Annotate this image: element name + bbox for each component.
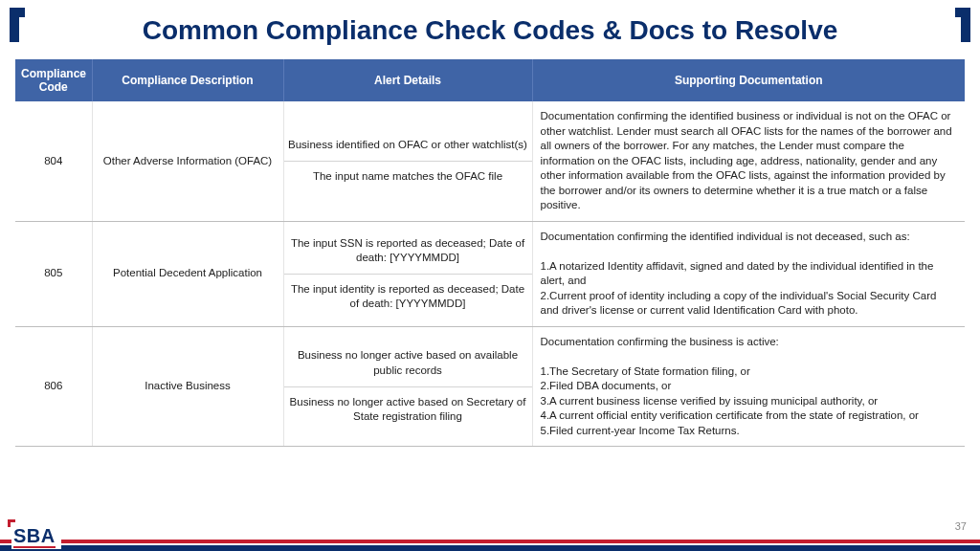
- table-row: 806 Inactive Business Business no longer…: [15, 326, 965, 447]
- header-desc: Compliance Description: [92, 59, 283, 101]
- cell-desc: Other Adverse Information (OFAC): [92, 101, 283, 221]
- table-row: 805 Potential Decedent Application The i…: [15, 221, 965, 326]
- cell-alerts: The input SSN is reported as deceased; D…: [283, 221, 532, 326]
- header-code: Compliance Code: [15, 59, 92, 101]
- slide: Common Compliance Check Codes & Docs to …: [0, 0, 980, 551]
- cell-desc: Inactive Business: [92, 326, 283, 447]
- page-title: Common Compliance Check Codes & Docs to …: [0, 15, 980, 46]
- alert-detail: The input identity is reported as deceas…: [284, 275, 532, 320]
- alert-detail: The input SSN is reported as deceased; D…: [284, 229, 532, 275]
- alert-detail: Business no longer active based on Secre…: [284, 387, 532, 432]
- cell-code: 805: [15, 221, 92, 326]
- footer-red-bar: [0, 540, 980, 543]
- corner-bracket-top-right: [955, 8, 970, 42]
- cell-doc: Documentation confirming the identified …: [532, 221, 965, 326]
- page-number: 37: [955, 520, 967, 532]
- cell-doc: Documentation confirming the business is…: [532, 326, 965, 447]
- table-row: 804 Other Adverse Information (OFAC) Bus…: [15, 101, 965, 221]
- alert-detail: The input name matches the OFAC file: [284, 162, 532, 192]
- header-doc: Supporting Documentation: [532, 59, 965, 101]
- cell-alerts: Business identified on OFAC or other wat…: [283, 101, 532, 221]
- cell-alerts: Business no longer active based on avail…: [283, 326, 532, 447]
- logo-corner-icon: [8, 519, 11, 527]
- alert-detail: Business identified on OFAC or other wat…: [284, 130, 532, 162]
- alert-detail: Business no longer active based on avail…: [284, 341, 532, 386]
- header-alert: Alert Details: [283, 59, 532, 101]
- table-header-row: Compliance Code Compliance Description A…: [15, 59, 965, 101]
- cell-code: 806: [15, 326, 92, 447]
- corner-bracket-top-left: [10, 8, 25, 42]
- compliance-table: Compliance Code Compliance Description A…: [15, 59, 965, 447]
- footer: 37 SBA: [0, 515, 980, 551]
- compliance-table-wrap: Compliance Code Compliance Description A…: [15, 59, 965, 447]
- footer-blue-bar: [0, 545, 980, 551]
- cell-desc: Potential Decedent Application: [92, 221, 283, 326]
- cell-code: 804: [15, 101, 92, 221]
- cell-doc: Documentation confirming the identified …: [532, 101, 965, 221]
- sba-logo: SBA: [11, 523, 61, 549]
- sba-logo-text: SBA: [13, 525, 56, 547]
